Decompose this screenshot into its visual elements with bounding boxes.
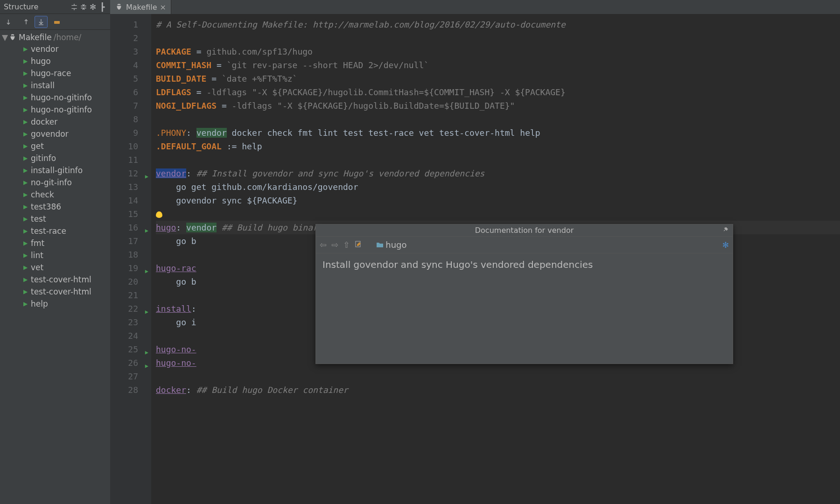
code-line[interactable]: docker: ## Build hugo Docker container (156, 383, 840, 397)
code-line[interactable] (156, 31, 840, 45)
code-line[interactable] (156, 153, 840, 167)
sidebar-item-govendor[interactable]: ▶govendor (23, 128, 110, 140)
code-line[interactable]: .PHONY: vendor docker check fmt lint tes… (156, 126, 840, 140)
sidebar-item-install[interactable]: ▶install (23, 79, 110, 91)
fold-icon[interactable]: ▶ (144, 346, 148, 350)
sidebar-item-test[interactable]: ▶test (23, 213, 110, 225)
code-line[interactable] (156, 207, 840, 221)
code-line[interactable]: BUILD_DATE = `date +%FT%T%z` (156, 72, 840, 85)
triangle-icon: ▶ (23, 216, 29, 222)
group-icon[interactable] (50, 16, 63, 28)
sidebar-item-label: govendor (31, 129, 69, 139)
hide-icon[interactable]: ┣ (98, 2, 106, 12)
autoscroll-icon[interactable] (35, 16, 48, 28)
sidebar-item-hugo-race[interactable]: ▶hugo-race (23, 67, 110, 79)
sidebar-item-label: vet (31, 263, 43, 272)
gear-icon[interactable]: ✻ (722, 240, 729, 250)
sidebar-item-label: docker (31, 117, 57, 126)
forward-icon[interactable]: ⇨ (331, 240, 338, 250)
makefile-icon (115, 3, 123, 11)
structure-tree[interactable]: ▼ Makefile /home/ ▶vendor▶hugo▶hugo-race… (0, 30, 110, 504)
sidebar-item-label: install-gitinfo (31, 166, 83, 175)
fold-icon[interactable]: ▶ (144, 224, 148, 229)
sidebar-item-label: test (31, 214, 46, 224)
sidebar-item-label: hugo (31, 56, 51, 66)
code-line[interactable]: NOGI_LDFLAGS = -ldflags "-X ${PACKAGE}/h… (156, 99, 840, 112)
sidebar-item-fmt[interactable]: ▶fmt (23, 237, 110, 249)
code-line[interactable]: .DEFAULT_GOAL := help (156, 140, 840, 153)
chevron-down-icon[interactable]: ▼ (2, 33, 8, 42)
tree-root[interactable]: ▼ Makefile /home/ (0, 32, 110, 43)
tree-root-label: Makefile (19, 33, 52, 42)
sidebar-item-lint[interactable]: ▶lint (23, 249, 110, 261)
sidebar-item-vendor[interactable]: ▶vendor (23, 43, 110, 55)
triangle-icon: ▶ (23, 119, 29, 125)
sidebar-item-install-gitinfo[interactable]: ▶install-gitinfo (23, 164, 110, 176)
expand-icon[interactable] (70, 2, 78, 12)
code-line[interactable]: COMMIT_HASH = `git rev-parse --short HEA… (156, 58, 840, 72)
sidebar-item-label: test-race (31, 226, 66, 236)
structure-toolbar (0, 14, 110, 30)
triangle-icon: ▶ (23, 288, 29, 295)
sort-type-icon[interactable] (19, 16, 32, 28)
triangle-icon: ▶ (23, 167, 29, 174)
sidebar-item-test-cover-html[interactable]: ▶test-cover-html (23, 273, 110, 286)
svg-rect-0 (54, 21, 60, 24)
popup-title-bar[interactable]: Documentation for vendor (316, 224, 733, 237)
popup-project[interactable]: hugo (376, 240, 406, 250)
edit-icon[interactable] (355, 240, 362, 250)
sidebar-item-hugo-no-gitinfo[interactable]: ▶hugo-no-gitinfo (23, 91, 110, 104)
popup-toolbar: ⇦ ⇨ ⇧ hugo ✻ (316, 237, 733, 253)
code-line[interactable] (156, 112, 840, 126)
triangle-icon: ▶ (23, 276, 29, 283)
fold-icon[interactable]: ▶ (144, 305, 148, 310)
sidebar-item-label: hugo-no-gitinfo (31, 105, 92, 114)
collapse-icon[interactable] (79, 2, 88, 12)
triangle-icon: ▶ (23, 94, 29, 101)
fold-icon[interactable]: ▶ (144, 265, 148, 269)
triangle-icon: ▶ (23, 228, 29, 234)
sidebar-item-label: install (31, 81, 55, 90)
intention-bulb-icon[interactable] (156, 211, 162, 218)
back-icon[interactable]: ⇦ (320, 240, 327, 250)
sidebar-item-hugo[interactable]: ▶hugo (23, 55, 110, 67)
sidebar-item-vet[interactable]: ▶vet (23, 261, 110, 273)
sidebar-item-gitinfo[interactable]: ▶gitinfo (23, 152, 110, 164)
popup-body: Install govendor and sync Hugo's vendore… (316, 253, 733, 364)
code-line[interactable]: govendor sync ${PACKAGE} (156, 194, 840, 207)
code-line[interactable]: go get github.com/kardianos/govendor (156, 180, 840, 194)
code-line[interactable]: LDFLAGS = -ldflags "-X ${PACKAGE}/hugoli… (156, 85, 840, 99)
sidebar-item-label: no-git-info (31, 178, 72, 187)
fold-icon[interactable]: ▶ (144, 359, 148, 364)
sidebar-item-label: test-cover-html (31, 287, 91, 296)
tab-makefile[interactable]: Makefile × (110, 0, 171, 14)
sidebar-item-get[interactable]: ▶get (23, 140, 110, 152)
sidebar-item-check[interactable]: ▶check (23, 189, 110, 201)
sidebar-item-label: get (31, 141, 44, 151)
close-icon[interactable]: × (160, 3, 166, 12)
sort-alpha-icon[interactable] (3, 16, 16, 28)
sidebar-item-hugo-no-gitinfo[interactable]: ▶hugo-no-gitinfo (23, 104, 110, 116)
up-icon[interactable]: ⇧ (343, 240, 350, 250)
sidebar-item-docker[interactable]: ▶docker (23, 116, 110, 128)
popup-project-label: hugo (385, 240, 406, 250)
sidebar-item-label: fmt (31, 238, 44, 248)
sidebar-item-test-race[interactable]: ▶test-race (23, 225, 110, 237)
sidebar-item-help[interactable]: ▶help (23, 298, 110, 310)
triangle-icon: ▶ (23, 70, 29, 77)
sidebar-item-no-git-info[interactable]: ▶no-git-info (23, 176, 110, 189)
sidebar-item-test-cover-html[interactable]: ▶test-cover-html (23, 286, 110, 298)
sidebar-item-label: lint (31, 251, 43, 260)
pin-icon[interactable] (722, 226, 729, 235)
gutter[interactable]: 123456789101112▶13141516▶171819▶202122▶2… (110, 14, 151, 504)
triangle-icon: ▶ (23, 155, 29, 161)
fold-icon[interactable]: ▶ (144, 170, 148, 175)
sidebar-item-label: hugo-no-gitinfo (31, 93, 92, 102)
triangle-icon: ▶ (23, 240, 29, 246)
code-line[interactable]: vendor: ## Install govendor and sync Hug… (156, 167, 840, 180)
sidebar-item-test386[interactable]: ▶test386 (23, 201, 110, 213)
code-line[interactable]: # A Self-Documenting Makefile: http://ma… (156, 18, 840, 31)
gear-icon[interactable]: ✻ (89, 2, 97, 12)
code-line[interactable]: PACKAGE = github.com/spf13/hugo (156, 45, 840, 58)
code-line[interactable] (156, 370, 840, 383)
